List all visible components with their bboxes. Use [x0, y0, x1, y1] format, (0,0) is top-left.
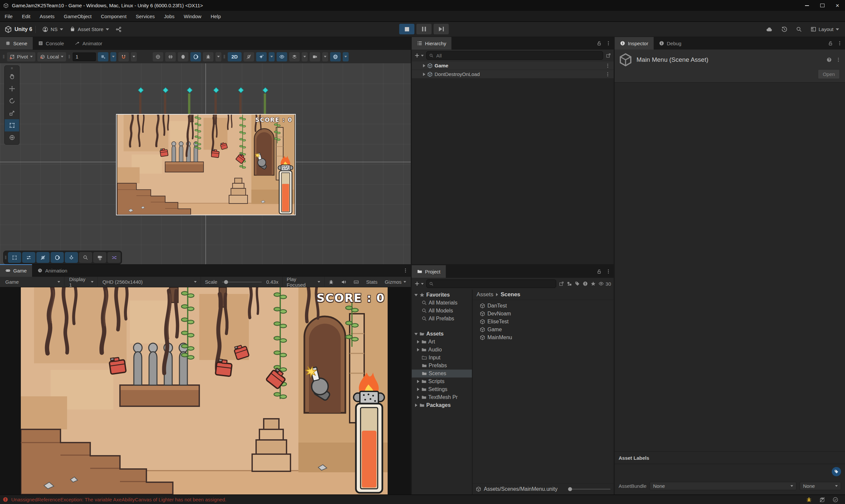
random-placement-button[interactable] — [107, 252, 121, 263]
gizmo-diamond-icon[interactable] — [263, 88, 268, 93]
gizmo-diamond-icon[interactable] — [238, 88, 244, 93]
tree-folder-textmeshpro[interactable]: TextMesh Pr — [412, 393, 472, 401]
camera-preview-frame[interactable]: SCORE : 0 — [116, 114, 296, 215]
tab-animation[interactable]: Animation — [32, 264, 73, 277]
tree-object[interactable] — [139, 93, 141, 114]
search-by-type-icon[interactable] — [567, 281, 572, 286]
tree-object[interactable] — [164, 93, 166, 114]
snap-magnet-caret[interactable] — [131, 52, 137, 61]
assetbundle-dropdown[interactable]: None — [650, 482, 796, 490]
local-dropdown[interactable]: Local — [37, 52, 66, 61]
tree-all-prefabs[interactable]: All Prefabs — [412, 315, 472, 323]
expand-arrow-icon[interactable] — [417, 340, 419, 343]
tab-hierarchy[interactable]: Hierarchy — [412, 37, 452, 50]
shading-half-button[interactable] — [165, 52, 176, 61]
hierarchy-search-input[interactable] — [436, 53, 600, 59]
menu-window[interactable]: Window — [179, 11, 206, 21]
expand-arrow-icon[interactable] — [417, 388, 419, 391]
rect-tool[interactable] — [5, 119, 19, 131]
file-dantest[interactable]: DanTest — [480, 302, 614, 310]
collapse-arrow-icon[interactable] — [415, 294, 418, 296]
game-viewport[interactable]: SCORE : 0 — [0, 287, 411, 494]
tree-folder-scripts[interactable]: Scripts — [412, 378, 472, 385]
cache-server-disabled-icon[interactable] — [819, 497, 825, 503]
gizmos-dropdown[interactable]: Gizmos — [381, 277, 409, 287]
menu-edit[interactable]: Edit — [17, 11, 35, 21]
expand-arrow-icon[interactable] — [423, 73, 425, 76]
debug-draw-caret[interactable] — [215, 52, 222, 61]
assetbundle-variant-dropdown[interactable]: None — [800, 482, 841, 490]
menu-help[interactable]: Help — [206, 11, 225, 21]
shading-wireframe-button[interactable] — [153, 52, 163, 61]
scale-slider-knob[interactable] — [224, 280, 228, 284]
view-hand-tool[interactable] — [5, 70, 19, 83]
kebab-menu-icon[interactable] — [605, 72, 610, 77]
maximize-button[interactable] — [815, 0, 830, 11]
overlay-drag-handle[interactable]: ≡ — [5, 66, 19, 70]
tab-console[interactable]: Console — [33, 37, 69, 50]
expand-arrow-icon[interactable] — [417, 380, 419, 383]
scale-tool[interactable] — [5, 107, 19, 119]
step-button[interactable] — [434, 24, 449, 34]
pivot-dropdown[interactable]: Pivot — [7, 52, 35, 61]
mute-audio-button[interactable] — [338, 277, 350, 287]
vine-object[interactable] — [188, 93, 190, 114]
gizmo-diamond-icon[interactable] — [213, 88, 219, 93]
scene-lighting-button[interactable] — [244, 52, 254, 61]
help-icon[interactable] — [827, 57, 832, 62]
layers-button[interactable] — [289, 52, 300, 61]
tab-scene[interactable]: Scene — [0, 37, 33, 50]
scene-search-button[interactable] — [79, 252, 92, 263]
open-new-window-icon[interactable] — [606, 53, 611, 58]
create-asset-dropdown[interactable] — [415, 281, 424, 286]
camera-settings-button[interactable] — [310, 52, 320, 61]
project-search-input[interactable] — [436, 281, 553, 287]
account-dropdown[interactable]: NS — [42, 26, 63, 32]
add-label-button[interactable] — [832, 467, 841, 476]
version-control-button[interactable] — [116, 26, 122, 32]
gizmo-select-button[interactable] — [65, 252, 78, 263]
menu-services[interactable]: Services — [131, 11, 160, 21]
tree-all-models[interactable]: All Models — [412, 307, 472, 315]
shaded-view-button[interactable] — [51, 252, 64, 263]
search-icon[interactable] — [796, 26, 802, 32]
asset-store-dropdown[interactable]: Asset Store — [70, 26, 109, 32]
kebab-menu-icon[interactable] — [403, 268, 408, 273]
unlock-icon[interactable] — [597, 41, 602, 46]
tree-all-materials[interactable]: All Materials — [412, 299, 472, 307]
breadcrumb-scenes[interactable]: Scenes — [501, 291, 521, 298]
scene-effects-caret[interactable] — [269, 52, 275, 61]
tree-object[interactable] — [214, 93, 217, 114]
tab-game[interactable]: Game — [0, 264, 32, 277]
frame-debugger-button[interactable] — [325, 277, 337, 287]
vsync-button[interactable] — [350, 277, 362, 287]
shading-shaded-button[interactable] — [190, 52, 201, 61]
stats-button[interactable]: Stats — [363, 277, 381, 287]
expand-arrow-icon[interactable] — [417, 396, 419, 399]
menu-file[interactable]: File — [0, 11, 17, 21]
tab-inspector[interactable]: Inspector — [615, 37, 654, 50]
toggle-2d-button[interactable]: 2D — [228, 52, 242, 61]
unlock-icon[interactable] — [597, 269, 602, 274]
visible-items-counter[interactable]: 30 — [598, 281, 611, 287]
search-by-label-icon[interactable] — [575, 281, 580, 286]
tree-favorites[interactable]: Favorites — [412, 291, 472, 299]
close-button[interactable]: × — [830, 0, 845, 11]
filter-sliders-button[interactable] — [22, 252, 35, 263]
pause-button[interactable] — [417, 24, 432, 34]
hierarchy-item-dontdestroyonload[interactable]: DontDestroyOnLoad — [412, 70, 614, 78]
move-tool[interactable] — [5, 83, 19, 95]
vine-object[interactable] — [264, 93, 266, 114]
minimize-button[interactable] — [799, 0, 815, 11]
file-devnoam[interactable]: DevNoam — [480, 310, 614, 318]
scene-viewport[interactable]: SCORE : 0 ≡ ‖ — [0, 64, 411, 264]
collapse-arrow-icon[interactable] — [415, 333, 418, 335]
snap-magnet-button[interactable] — [118, 52, 129, 61]
tab-project[interactable]: Project — [412, 265, 446, 278]
hierarchy-item-game[interactable]: Game — [412, 61, 614, 70]
create-object-dropdown[interactable] — [415, 53, 424, 58]
tab-animator[interactable]: Animator — [69, 37, 108, 50]
favorites-star-icon[interactable] — [591, 281, 596, 286]
kebab-menu-icon[interactable] — [605, 63, 610, 68]
menu-component[interactable]: Component — [96, 11, 131, 21]
